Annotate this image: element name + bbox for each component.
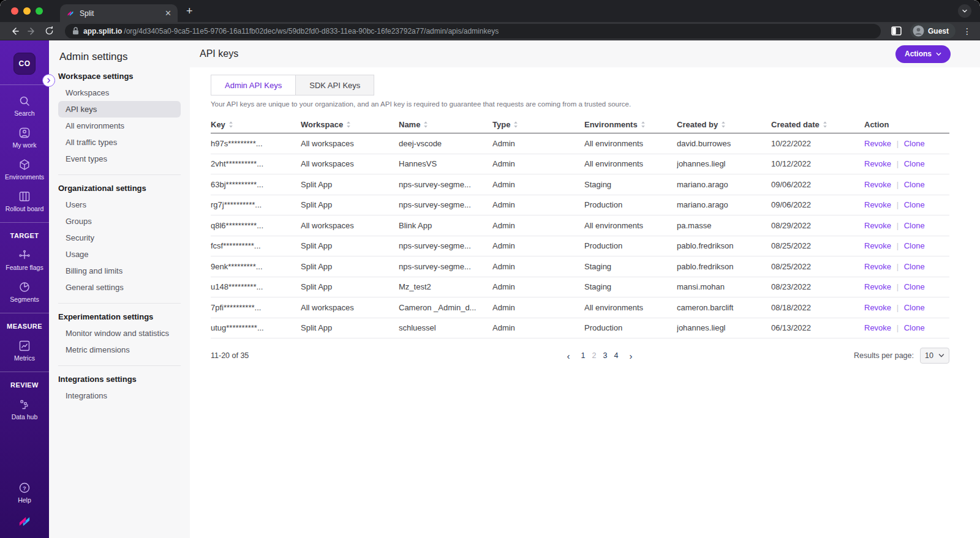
sidebar-item-help[interactable]: ? Help	[18, 481, 31, 504]
next-page-chevron-icon[interactable]: ›	[624, 351, 637, 361]
nav-item-users[interactable]: Users	[58, 196, 181, 213]
revoke-link[interactable]: Revoke	[864, 180, 891, 189]
browser-toolbar: app.split.io /org/4d3405a0-9ca5-11e5-970…	[0, 22, 980, 40]
side-panel-icon[interactable]	[889, 24, 904, 39]
column-header-created-by[interactable]: Created by	[677, 120, 771, 129]
nav-item-metric-dimensions[interactable]: Metric dimensions	[58, 342, 181, 358]
column-header-name[interactable]: Name	[399, 120, 492, 129]
help-icon: ?	[18, 481, 31, 495]
back-button[interactable]	[7, 24, 22, 39]
profile-label: Guest	[928, 27, 949, 35]
cell-action: Revoke | Clone	[864, 282, 949, 291]
sidebar-item-data-hub[interactable]: Data hub	[12, 398, 38, 420]
cell-created-by: johannes.liegl	[677, 323, 771, 332]
browser-profile-button[interactable]: Guest	[910, 23, 956, 39]
revoke-link[interactable]: Revoke	[864, 241, 891, 250]
clone-link[interactable]: Clone	[904, 200, 925, 209]
cell-created-date: 10/22/2022	[771, 139, 864, 148]
revoke-link[interactable]: Revoke	[864, 139, 891, 148]
previous-page-chevron-icon[interactable]: ‹	[562, 351, 575, 361]
revoke-link[interactable]: Revoke	[864, 323, 891, 332]
browser-menu-icon[interactable]: ⋮	[962, 26, 973, 36]
nav-item-security[interactable]: Security	[58, 230, 181, 246]
sidebar-item-my-work[interactable]: My work	[12, 126, 36, 149]
table-row: 9enk*********... Split App nps-survey-se…	[211, 256, 949, 277]
clone-link[interactable]: Clone	[904, 303, 925, 312]
sidebar-item-search[interactable]: Search	[14, 94, 34, 117]
clone-link[interactable]: Clone	[904, 139, 925, 148]
revoke-link[interactable]: Revoke	[864, 262, 891, 271]
page-number-1[interactable]: 1	[581, 351, 586, 360]
actions-button[interactable]: Actions	[895, 45, 951, 63]
minimize-window-button[interactable]	[23, 7, 31, 15]
column-header-type[interactable]: Type	[492, 120, 584, 129]
tab-close-icon[interactable]: ✕	[165, 9, 172, 18]
maximize-window-button[interactable]	[36, 7, 43, 15]
sidebar-item-environments[interactable]: Environments	[5, 158, 44, 181]
nav-item-groups[interactable]: Groups	[58, 213, 181, 230]
cell-workspace: All workspaces	[301, 139, 399, 148]
nav-item-workspaces[interactable]: Workspaces	[58, 84, 181, 101]
clone-link[interactable]: Clone	[904, 262, 925, 271]
clone-link[interactable]: Clone	[904, 221, 925, 230]
cell-created-date: 08/25/2022	[771, 262, 864, 271]
cell-created-date: 08/18/2022	[771, 303, 864, 312]
tab-admin-api-keys[interactable]: Admin API Keys	[211, 75, 295, 95]
nav-item-all-environments[interactable]: All environments	[58, 118, 181, 134]
clone-link[interactable]: Clone	[904, 159, 925, 168]
clone-link[interactable]: Clone	[904, 282, 925, 291]
cell-created-by: pablo.fredrikson	[677, 241, 771, 250]
nav-item-billing-and-limits[interactable]: Billing and limits	[58, 263, 181, 279]
close-window-button[interactable]	[11, 7, 18, 15]
forward-button[interactable]	[24, 24, 39, 39]
browser-tab[interactable]: Split ✕	[60, 4, 178, 22]
reload-button[interactable]	[42, 24, 56, 39]
results-per-page-label: Results per page:	[854, 351, 914, 360]
sidebar-item-segments[interactable]: Segments	[10, 280, 39, 303]
cell-name: nps-survey-segme...	[399, 262, 492, 271]
cell-key: fcsf**********...	[211, 241, 301, 250]
tab-sdk-api-keys[interactable]: SDK API Keys	[295, 75, 374, 95]
sidebar-item-metrics[interactable]: Metrics	[14, 339, 35, 362]
cell-environments: Staging	[584, 282, 677, 291]
sidebar-item-feature-flags[interactable]: Feature flags	[6, 248, 43, 271]
cell-workspace: Split App	[301, 282, 399, 291]
nav-item-usage[interactable]: Usage	[58, 246, 181, 263]
clone-link[interactable]: Clone	[904, 241, 925, 250]
revoke-link[interactable]: Revoke	[864, 159, 891, 168]
sidebar-item-rollout-board[interactable]: Rollout board	[6, 190, 43, 212]
cell-type: Admin	[492, 200, 584, 209]
nav-item-api-keys[interactable]: API keys	[58, 101, 181, 118]
nav-item-event-types[interactable]: Event types	[58, 151, 181, 167]
cell-key: u148*********...	[211, 282, 301, 291]
clone-link[interactable]: Clone	[904, 180, 925, 189]
sidebar-collapse-toggle[interactable]	[42, 74, 55, 87]
nav-item-integrations[interactable]: Integrations	[58, 387, 181, 404]
column-header-created-date[interactable]: Created date	[771, 120, 864, 129]
revoke-link[interactable]: Revoke	[864, 200, 891, 209]
nav-item-monitor-window[interactable]: Monitor window and statistics	[58, 325, 181, 342]
nav-item-general-settings[interactable]: General settings	[58, 279, 181, 296]
divider	[58, 303, 181, 304]
column-header-environments[interactable]: Environments	[584, 120, 677, 129]
tab-overview-chevron-icon[interactable]	[958, 4, 971, 18]
revoke-link[interactable]: Revoke	[864, 221, 891, 230]
page-number-2-current: 2	[592, 351, 597, 360]
page-number-3[interactable]: 3	[603, 351, 608, 360]
revoke-link[interactable]: Revoke	[864, 282, 891, 291]
results-per-page-select[interactable]: 10	[920, 348, 949, 364]
data-hub-icon	[18, 398, 31, 411]
page-number-4[interactable]: 4	[613, 351, 619, 360]
clone-link[interactable]: Clone	[904, 323, 925, 332]
cell-key: rg7j**********...	[211, 200, 301, 209]
column-header-key[interactable]: Key	[211, 120, 301, 129]
url-bar[interactable]: app.split.io /org/4d3405a0-9ca5-11e5-970…	[65, 24, 881, 39]
nav-item-all-traffic-types[interactable]: All traffic types	[58, 134, 181, 151]
api-key-tabs: Admin API Keys SDK API Keys	[211, 75, 949, 95]
new-tab-button[interactable]: +	[186, 5, 193, 18]
cell-workspace: Split App	[301, 241, 399, 250]
revoke-link[interactable]: Revoke	[864, 303, 891, 312]
org-logo[interactable]: CO	[13, 53, 36, 75]
column-header-workspace[interactable]: Workspace	[301, 120, 399, 129]
sidebar-section-target: TARGET	[10, 232, 39, 239]
